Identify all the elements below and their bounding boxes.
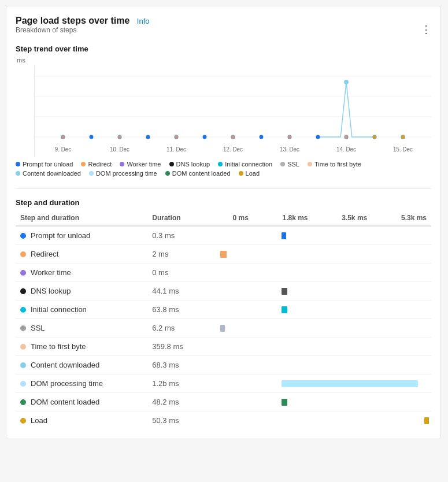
step-name-cell: Time to first byte [16,338,147,356]
chart-area: Step trend over time ms 30b 20b 10b 0 9.… [16,45,431,177]
legend-dot-prompt-unload [16,162,20,166]
legend-dot-dom-processing [89,171,94,176]
step-name-cell: DOM processing time [16,375,147,393]
step-duration-cell: 63.8 ms [147,301,207,319]
step-bar-cell [207,226,431,245]
legend-dot-time-first-byte [308,162,312,166]
svg-point-32 [288,135,291,139]
table-row: DOM content loaded 48.2 ms [16,393,431,411]
chart-y-axis-label: ms [17,57,431,64]
title-text: Page load steps over time [16,16,129,25]
step-bar-cell [207,264,431,282]
step-label: Initial connection [31,305,87,314]
legend-dot-initial-connection [218,162,223,166]
chart-section-title: Step trend over time [16,45,431,53]
col-header-duration: Duration [147,210,207,226]
step-name-cell: DNS lookup [16,282,147,301]
svg-point-22 [260,135,264,139]
legend-content-downloaded: Content downloaded [16,170,81,177]
legend-dot-dom-content-loaded [165,171,170,176]
table-row: Content downloaded 68.3 ms [16,356,431,375]
step-label: Content downloaded [31,361,99,369]
step-name-cell: DOM content loaded [16,393,147,411]
legend-worker-time: Worker time [120,161,161,168]
step-label: SSL [31,324,45,332]
svg-point-18 [146,135,150,139]
step-name-cell: SSL [16,319,147,338]
step-bar-cell [207,338,431,356]
step-duration-cell: 48.2 ms [147,393,207,411]
card-subtitle: Breakdown of steps [16,26,150,34]
step-duration-cell: 0 ms [147,264,207,282]
step-duration-cell: 68.3 ms [147,356,207,375]
step-bar [220,325,225,332]
svg-point-37 [401,135,405,139]
step-color-dot [20,418,26,424]
legend-dom-content-loaded: DOM content loaded [165,170,231,177]
step-bar [220,251,227,258]
step-duration-cell: 359.8 ms [147,338,207,356]
step-duration-cell: 2 ms [147,245,207,264]
svg-point-31 [231,135,235,139]
step-label: Time to first byte [31,342,86,351]
duration-table: Step and duration Duration 0 ms 1.8k ms … [16,210,431,429]
legend-dot-load [239,171,243,176]
svg-text:9. Dec: 9. Dec [55,146,71,153]
step-name-cell: Worker time [16,264,147,282]
trend-chart-svg: 30b 20b 10b 0 9. Dec 10. Dec 11. Dec 12.… [35,65,431,157]
step-bar-cell [207,245,431,264]
svg-point-20 [203,135,207,139]
svg-text:13. Dec: 13. Dec [280,146,299,153]
step-color-dot [20,344,26,350]
table-row: Worker time 0 ms [16,264,431,282]
steps-section-title: Step and duration [16,198,431,207]
step-bar-cell [207,282,431,301]
svg-point-28 [61,135,65,139]
legend-ssl: SSL [280,161,299,168]
step-name-cell: Prompt for unload [16,226,147,245]
step-bar-cell [207,411,431,430]
col-header-18ms: 1.8k ms [253,210,313,226]
table-row: Prompt for unload 0.3 ms [16,226,431,245]
table-row: Load 50.3 ms [16,411,431,430]
legend-dot-ssl [280,162,285,166]
step-label: Prompt for unload [31,231,90,240]
step-name-cell: Load [16,411,147,430]
step-name-cell: Content downloaded [16,356,147,375]
legend-dns-lookup: DNS lookup [169,161,210,168]
chart-container: 30b 20b 10b 0 9. Dec 10. Dec 11. Dec 12.… [16,65,431,157]
svg-point-36 [373,135,376,139]
step-duration-cell: 0.3 ms [147,226,207,245]
table-row: Redirect 2 ms [16,245,431,264]
chart-svg-wrapper: 30b 20b 10b 0 9. Dec 10. Dec 11. Dec 12.… [34,65,431,157]
svg-text:10. Dec: 10. Dec [110,146,129,153]
col-header-53ms: 5.3k ms [372,210,431,226]
step-color-dot [20,325,26,331]
step-label: DOM processing time [31,379,103,388]
col-header-step: Step and duration [16,210,147,226]
step-bar-cell [207,319,431,338]
page-load-card: Page load steps over time Info Breakdown… [6,6,441,439]
step-bar [282,232,286,239]
svg-point-29 [118,135,121,139]
section-divider [16,188,431,189]
svg-point-16 [90,135,94,139]
step-bar [282,288,287,295]
page-title: Page load steps over time Info [16,16,150,25]
step-label: DNS lookup [31,287,71,295]
step-name-cell: Redirect [16,245,147,264]
step-color-dot [20,233,26,239]
col-header-0ms: 0 ms [207,210,253,226]
legend-dot-content-downloaded [16,171,20,176]
legend-load: Load [239,170,260,177]
chart-legend: Prompt for unload Redirect Worker time D… [16,161,431,177]
legend-initial-connection: Initial connection [218,161,272,168]
table-row: DOM processing time 1.2b ms [16,375,431,393]
legend-redirect: Redirect [81,161,112,168]
more-options-icon[interactable]: ⋮ [421,24,431,35]
step-label: Worker time [31,268,71,277]
step-bar-cell [207,356,431,375]
step-bar-cell [207,375,431,393]
info-link[interactable]: Info [137,17,150,25]
svg-point-35 [344,80,349,84]
